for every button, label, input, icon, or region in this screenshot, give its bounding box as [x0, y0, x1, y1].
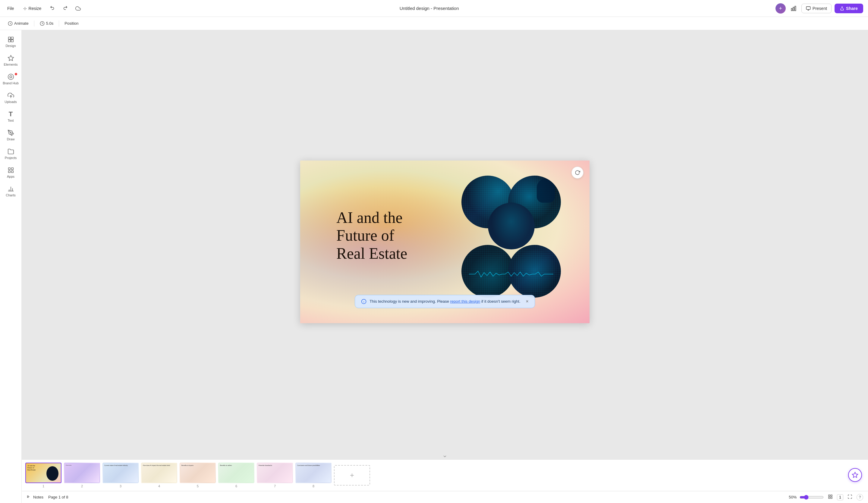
slide-canvas[interactable]: AI and the Future of Real Estate: [300, 160, 590, 323]
ai-image-container[interactable]: [457, 176, 566, 305]
sidebar-item-uploads[interactable]: Uploads: [0, 89, 21, 107]
undo-button[interactable]: [48, 4, 57, 13]
sidebar-item-draw[interactable]: Draw: [0, 126, 21, 144]
elements-icon: [8, 55, 14, 61]
help-button[interactable]: ?: [857, 494, 863, 501]
text-label: Text: [8, 119, 13, 122]
slide-thumbnail-3[interactable]: Current state of real estate industry: [103, 463, 138, 483]
refresh-button[interactable]: [571, 167, 583, 179]
slide-number-button[interactable]: 1: [837, 494, 843, 500]
header-right: + Present Share: [775, 3, 863, 13]
uploads-label: Uploads: [4, 100, 17, 104]
slide-num-1: 1: [42, 484, 44, 488]
duration-button[interactable]: 5.0s: [37, 20, 56, 28]
bottom-right: 50% 1 ?: [789, 493, 863, 501]
slide-thumb-1[interactable]: AI and theFuture ofReal Estate 1: [25, 463, 61, 488]
elements-label: Elements: [4, 63, 18, 66]
zoom-slider[interactable]: [799, 495, 824, 500]
svg-rect-1: [793, 7, 794, 11]
svg-rect-11: [8, 40, 10, 42]
slide-thumb-2[interactable]: Overview 2: [64, 463, 100, 488]
monitor-icon: [806, 6, 811, 11]
slide-thumb-4[interactable]: How does AI impact the real estate trend…: [141, 463, 177, 488]
slide-thumb-7[interactable]: Potential drawbacks 7: [257, 463, 293, 488]
toolbar: Animate 5.0s Position: [0, 17, 868, 30]
collapse-handle[interactable]: [22, 453, 868, 459]
share-icon: [840, 6, 844, 11]
notes-button[interactable]: Notes: [27, 495, 43, 500]
chevron-down-icon: [442, 454, 447, 459]
slide-thumbnail-5[interactable]: Benefits to buyers: [180, 463, 216, 483]
slide-thumbnail-7[interactable]: Potential drawbacks: [257, 463, 293, 483]
report-link[interactable]: report this design: [450, 299, 480, 304]
plus-icon: +: [779, 6, 783, 11]
grid-view-button[interactable]: [827, 493, 834, 501]
sidebar-item-elements[interactable]: Elements: [0, 52, 21, 69]
fullscreen-button[interactable]: [846, 493, 854, 501]
slide-num-6: 6: [235, 484, 237, 488]
header-left: File ⊹ Resize: [5, 4, 83, 13]
slide-title[interactable]: AI and the Future of Real Estate: [336, 209, 407, 263]
slide-thumb-5[interactable]: Benefits to buyers 5: [180, 463, 216, 488]
slide-num-4: 4: [158, 484, 160, 488]
sidebar-item-design[interactable]: Design: [0, 33, 21, 51]
apps-label: Apps: [7, 175, 14, 178]
slide-thumbnail-8[interactable]: Conclusion and future possibilities: [296, 463, 331, 483]
svg-rect-20: [8, 171, 10, 172]
animate-button[interactable]: Animate: [5, 20, 32, 28]
sidebar-item-charts[interactable]: Charts: [0, 182, 21, 200]
notification-close-button[interactable]: ×: [526, 299, 529, 304]
notification-banner: This technology is new and improving. Pl…: [355, 295, 535, 308]
apps-icon: [8, 167, 14, 174]
cloud-icon: [75, 6, 81, 11]
clock-icon: [40, 21, 45, 26]
resize-button[interactable]: ⊹ Resize: [20, 5, 45, 12]
sidebar-item-apps[interactable]: Apps: [0, 164, 21, 181]
svg-rect-3: [806, 7, 810, 9]
uploads-icon: [8, 92, 14, 99]
slide-thumbnail-6[interactable]: Benefits to sellers: [218, 463, 254, 483]
divider-2: [59, 20, 59, 27]
brand-hub-label: Brand Hub: [3, 81, 19, 85]
charts-label: Charts: [6, 193, 16, 197]
slide-thumbnail-2[interactable]: Overview: [64, 463, 100, 483]
info-icon: [361, 299, 366, 304]
svg-rect-19: [11, 168, 13, 170]
slide-num-7: 7: [274, 484, 276, 488]
svg-marker-13: [8, 55, 13, 61]
svg-rect-9: [8, 37, 10, 39]
svg-rect-18: [8, 168, 10, 170]
top-header: File ⊹ Resize Untitled design - Presenta…: [0, 0, 868, 17]
sidebar-item-projects[interactable]: Projects: [0, 145, 21, 163]
slide-thumbnail-1[interactable]: AI and theFuture ofReal Estate: [25, 463, 61, 483]
animate-icon: [8, 21, 13, 26]
charts-icon: [8, 186, 14, 192]
refresh-icon: [575, 170, 580, 175]
canvas-wrapper[interactable]: AI and the Future of Real Estate: [22, 30, 868, 453]
add-collaborator-button[interactable]: +: [775, 3, 786, 13]
sidebar-item-brand-hub[interactable]: Brand Hub: [0, 71, 21, 88]
share-button[interactable]: Share: [835, 3, 863, 13]
sidebar: Design Elements Brand Hub Uploads T Text…: [0, 30, 22, 503]
slide-num-2: 2: [81, 484, 83, 488]
bottom-bar: Notes Page 1 of 8 50% 1 ?: [22, 491, 868, 503]
slide-thumbnail-4[interactable]: How does AI impact the real estate trend: [141, 463, 177, 483]
save-cloud-button[interactable]: [73, 4, 83, 13]
fullscreen-icon: [847, 494, 852, 499]
svg-rect-12: [11, 40, 13, 42]
slide-thumb-6[interactable]: Benefits to sellers 6: [218, 463, 254, 488]
slide-thumb-3[interactable]: Current state of real estate industry 3: [103, 463, 138, 488]
grid-icon: [828, 494, 833, 499]
notification-text: This technology is new and improving. Pl…: [370, 299, 520, 304]
redo-button[interactable]: [61, 4, 70, 13]
analytics-button[interactable]: [789, 3, 798, 13]
file-button[interactable]: File: [5, 5, 17, 12]
svg-rect-10: [11, 37, 13, 39]
main-layout: Design Elements Brand Hub Uploads T Text…: [0, 30, 868, 503]
add-slide-button[interactable]: +: [334, 465, 370, 485]
present-button[interactable]: Present: [802, 3, 831, 13]
sidebar-item-text[interactable]: T Text: [0, 108, 21, 125]
slide-thumb-8[interactable]: Conclusion and future possibilities 8: [296, 463, 331, 488]
position-button[interactable]: Position: [61, 20, 81, 27]
svg-rect-34: [828, 497, 830, 499]
